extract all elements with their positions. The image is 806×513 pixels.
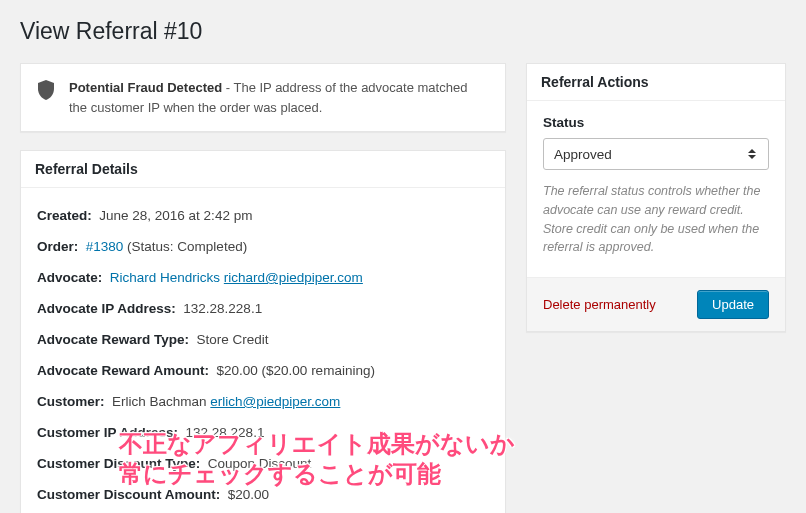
referral-actions-panel: Referral Actions Status Approved The ref… <box>526 63 786 332</box>
shield-icon <box>37 80 55 103</box>
fraud-notice-message: Potential Fraud Detected - The IP addres… <box>69 78 489 117</box>
advocate-name-link[interactable]: Richard Hendricks <box>110 270 220 285</box>
detail-order: Order: #1380 (Status: Completed) <box>37 231 489 262</box>
advocate-email-link[interactable]: richard@piedpiper.com <box>224 270 363 285</box>
detail-advocate-reward-type: Advocate Reward Type: Store Credit <box>37 324 489 355</box>
detail-advocate-reward-amount: Advocate Reward Amount: $20.00 ($20.00 r… <box>37 355 489 386</box>
fraud-notice-title: Potential Fraud Detected <box>69 80 222 95</box>
detail-customer-ip: Customer IP Address: 132.28.228.1 <box>37 417 489 448</box>
detail-customer-discount-type: Customer Discount Type: Coupon Discount <box>37 448 489 479</box>
detail-created: Created: June 28, 2016 at 2:42 pm <box>37 200 489 231</box>
update-button[interactable]: Update <box>697 290 769 319</box>
fraud-notice: Potential Fraud Detected - The IP addres… <box>20 63 506 132</box>
order-link[interactable]: #1380 <box>86 239 124 254</box>
detail-customer-discount-amount: Customer Discount Amount: $20.00 <box>37 479 489 510</box>
status-label: Status <box>543 115 769 130</box>
referral-details-panel: Referral Details Created: June 28, 2016 … <box>20 150 506 513</box>
page-title: View Referral #10 <box>20 18 786 45</box>
select-arrows-icon <box>748 139 760 169</box>
detail-customer: Customer: Erlich Bachman erlich@piedpipe… <box>37 386 489 417</box>
status-help-text: The referral status controls whether the… <box>543 182 769 257</box>
detail-advocate-ip: Advocate IP Address: 132.28.228.1 <box>37 293 489 324</box>
customer-email-link[interactable]: erlich@piedpiper.com <box>210 394 340 409</box>
status-select-value: Approved <box>554 147 612 162</box>
referral-details-heading: Referral Details <box>21 151 505 188</box>
delete-permanently-link[interactable]: Delete permanently <box>543 297 656 312</box>
detail-advocate: Advocate: Richard Hendricks richard@pied… <box>37 262 489 293</box>
referral-actions-heading: Referral Actions <box>527 64 785 101</box>
status-select[interactable]: Approved <box>543 138 769 170</box>
